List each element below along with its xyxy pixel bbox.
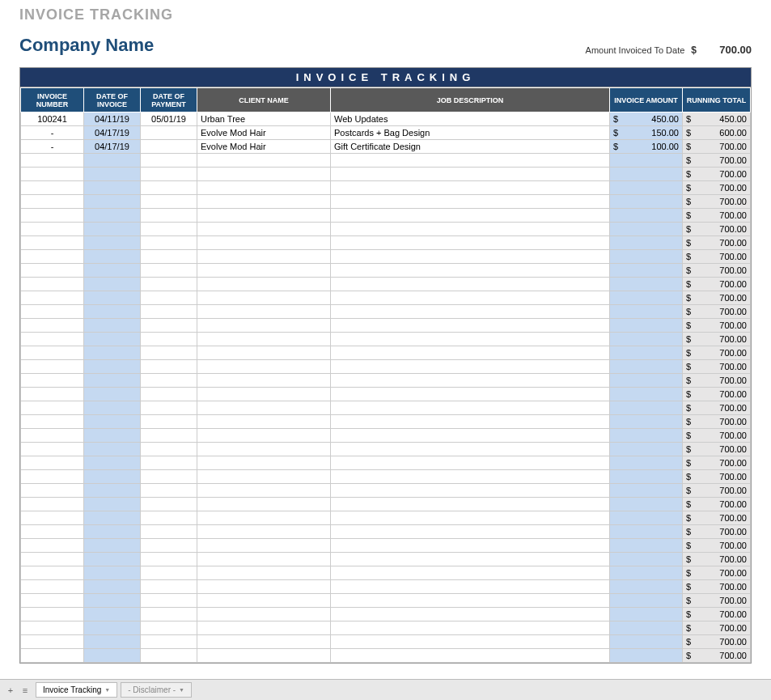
table-row[interactable]: $700.00 [21,319,751,333]
cell-date-payment[interactable] [141,484,197,498]
cell-job-description[interactable] [331,539,610,553]
cell-invoice-number[interactable]: - [21,140,84,154]
table-row[interactable]: $700.00 [21,223,751,236]
cell-invoice-amount[interactable] [610,443,683,456]
cell-date-payment[interactable] [141,649,197,663]
cell-running-total[interactable]: $700.00 [683,236,751,250]
table-row[interactable]: $700.00 [21,360,751,374]
cell-invoice-number[interactable] [21,429,84,443]
cell-invoice-number[interactable] [21,333,84,346]
col-running-total[interactable]: RUNNING TOTAL [683,88,751,112]
cell-job-description[interactable] [331,498,610,511]
cell-date-invoice[interactable] [84,388,141,401]
add-sheet-button[interactable]: + [3,683,18,698]
cell-invoice-number[interactable] [21,649,84,663]
cell-invoice-amount[interactable] [610,566,683,580]
cell-job-description[interactable] [331,319,610,333]
cell-client-name[interactable] [197,401,331,415]
cell-job-description[interactable] [331,250,610,264]
cell-date-payment[interactable] [141,566,197,580]
cell-client-name[interactable] [197,553,331,566]
cell-date-payment[interactable] [141,236,197,250]
table-row[interactable]: $700.00 [21,456,751,470]
all-sheets-button[interactable]: ≡ [18,683,32,698]
cell-invoice-number[interactable]: 100241 [21,112,84,126]
cell-running-total[interactable]: $700.00 [683,374,751,388]
cell-invoice-number[interactable] [21,580,84,594]
cell-date-payment[interactable] [141,264,197,278]
table-row[interactable]: $700.00 [21,498,751,511]
cell-job-description[interactable] [331,525,610,539]
cell-invoice-amount[interactable] [610,415,683,429]
cell-date-invoice[interactable] [84,498,141,511]
cell-date-payment[interactable] [141,223,197,236]
cell-invoice-number[interactable] [21,250,84,264]
cell-date-invoice[interactable] [84,154,141,168]
cell-date-invoice[interactable] [84,305,141,319]
cell-invoice-number[interactable] [21,195,84,209]
cell-running-total[interactable]: $700.00 [683,525,751,539]
cell-running-total[interactable]: $700.00 [683,553,751,566]
cell-date-payment[interactable] [141,154,197,168]
cell-date-payment[interactable] [141,126,197,140]
cell-date-payment[interactable] [141,140,197,154]
cell-job-description[interactable] [331,415,610,429]
cell-running-total[interactable]: $700.00 [683,223,751,236]
table-row[interactable]: $700.00 [21,635,751,649]
cell-invoice-amount[interactable] [610,278,683,291]
cell-job-description[interactable] [331,291,610,305]
cell-invoice-number[interactable] [21,291,84,305]
cell-invoice-amount[interactable] [610,223,683,236]
cell-running-total[interactable]: $700.00 [683,181,751,195]
company-name[interactable]: Company Name [19,35,154,56]
cell-running-total[interactable]: $700.00 [683,566,751,580]
cell-running-total[interactable]: $700.00 [683,484,751,498]
cell-client-name[interactable]: Evolve Mod Hair [197,126,331,140]
cell-job-description[interactable] [331,608,610,622]
cell-date-invoice[interactable] [84,525,141,539]
cell-client-name[interactable] [197,209,331,223]
cell-invoice-number[interactable] [21,154,84,168]
table-row[interactable]: $700.00 [21,278,751,291]
cell-job-description[interactable] [331,236,610,250]
cell-date-payment[interactable] [141,168,197,181]
cell-running-total[interactable]: $700.00 [683,264,751,278]
cell-invoice-number[interactable] [21,539,84,553]
cell-client-name[interactable] [197,484,331,498]
cell-date-invoice[interactable] [84,250,141,264]
cell-invoice-amount[interactable] [610,250,683,264]
cell-invoice-number[interactable] [21,498,84,511]
cell-running-total[interactable]: $700.00 [683,195,751,209]
cell-invoice-amount[interactable] [610,333,683,346]
cell-client-name[interactable] [197,525,331,539]
cell-running-total[interactable]: $700.00 [683,388,751,401]
table-row[interactable]: $700.00 [21,388,751,401]
cell-client-name[interactable]: Evolve Mod Hair [197,140,331,154]
cell-client-name[interactable] [197,346,331,360]
sheet-tab-disclaimer[interactable]: - Disclaimer - ▼ [121,682,192,698]
cell-job-description[interactable]: Gift Certificate Design [331,140,610,154]
cell-invoice-amount[interactable] [610,484,683,498]
cell-invoice-number[interactable] [21,223,84,236]
cell-invoice-amount[interactable] [610,305,683,319]
cell-client-name[interactable] [197,539,331,553]
cell-date-invoice[interactable] [84,333,141,346]
cell-invoice-number[interactable] [21,635,84,649]
cell-invoice-number[interactable] [21,181,84,195]
cell-client-name[interactable]: Urban Tree [197,112,331,126]
cell-running-total[interactable]: $700.00 [683,209,751,223]
cell-job-description[interactable] [331,346,610,360]
cell-client-name[interactable] [197,429,331,443]
cell-job-description[interactable] [331,223,610,236]
cell-invoice-amount[interactable] [610,649,683,663]
chevron-down-icon[interactable]: ▼ [104,687,110,693]
cell-date-payment[interactable] [141,291,197,305]
table-row[interactable]: 10024104/11/1905/01/19Urban TreeWeb Upda… [21,112,751,126]
cell-job-description[interactable] [331,264,610,278]
cell-date-invoice[interactable] [84,195,141,209]
cell-invoice-number[interactable] [21,525,84,539]
table-row[interactable]: $700.00 [21,484,751,498]
cell-running-total[interactable]: $700.00 [683,539,751,553]
cell-running-total[interactable]: $700.00 [683,649,751,663]
cell-date-payment[interactable] [141,319,197,333]
